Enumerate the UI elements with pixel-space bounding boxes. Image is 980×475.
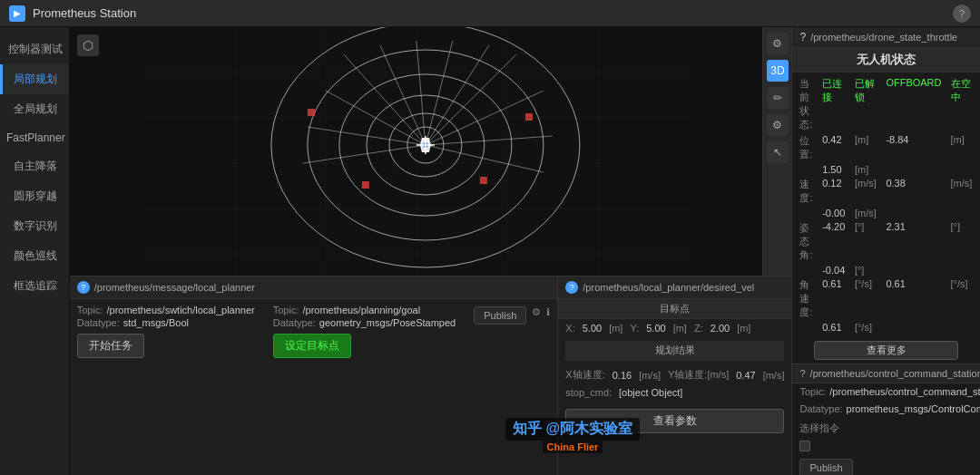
map-area: ⬡ ⚙ 3D ✏ ⚙ ↖ — [70, 27, 792, 276]
vel-results-row: X轴速度: 0.16 [m/s] Y轴速度:[m/s] 0.47 [m/s] — [565, 368, 784, 382]
sidebar-item-fastplanner[interactable]: FastPlanner — [0, 124, 69, 151]
vel-z: -0.00 — [822, 208, 846, 218]
status-unlocked: 已解锁 — [855, 77, 877, 131]
svg-rect-37 — [480, 177, 487, 184]
pos-y-unit: [m] — [951, 134, 973, 161]
sidebar-item-global-planner[interactable]: 全局规划 — [0, 94, 69, 124]
query-params-button[interactable]: 查看参数 — [565, 409, 784, 433]
sidebar-item-track[interactable]: 框选追踪 — [0, 271, 69, 301]
gear-icon[interactable]: ⚙ — [532, 306, 541, 318]
start-task-button[interactable]: 开始任务 — [77, 334, 144, 358]
publish-button[interactable]: Publish — [474, 306, 526, 325]
right-panels: ? /prometheus/drone_state_throttle 无人机状态… — [791, 27, 980, 475]
vel-x: 0.12 — [822, 178, 846, 205]
svg-rect-35 — [525, 113, 533, 121]
help-icon: ? — [77, 281, 90, 294]
pos-y: -8.84 — [886, 134, 941, 161]
angvel-y: 0.61 — [886, 278, 941, 319]
publish-area: Publish ⚙ ℹ — [474, 305, 550, 358]
status-label: 当前状态: — [799, 77, 813, 131]
ctrl-checkbox[interactable] — [799, 441, 810, 451]
sidebar-item-local-planner[interactable]: 局部规划 — [0, 64, 69, 94]
drone-state-header: ? /prometheus/drone_state_throttle — [792, 27, 980, 48]
desired-vel-panel: ? /prometheus/local_planner/desired_vel … — [558, 276, 791, 475]
map-tool-3d[interactable]: 3D — [767, 60, 789, 82]
topic-col-2: Topic: /prometheus/planning/goal Datatyp… — [273, 305, 456, 358]
control-command-panel: ? /prometheus/control_command_station To… — [792, 364, 980, 475]
sidebar-item-circle[interactable]: 圆形穿越 — [0, 181, 69, 211]
sidebar: 控制器测试 局部规划 全局规划 FastPlanner 自主降落 圆形穿越 数字… — [0, 27, 70, 475]
info-icon: ℹ — [546, 306, 550, 318]
att-pitch: 2.31 — [886, 221, 941, 262]
att-label: 姿态角: — [799, 221, 813, 262]
svg-rect-36 — [362, 181, 369, 189]
view-more-button[interactable]: 查看更多 — [814, 341, 958, 360]
pos-label: 位置: — [799, 134, 813, 161]
cmd-select-label: 选择指令 — [799, 422, 839, 435]
vel-body: X: 5.00 [m] Y: 5.00 [m] Z: 2.00 [m] 规划结果… — [558, 319, 791, 475]
ctrl-topic-row: Topic: /prometheus/control_command_stati… — [792, 383, 980, 400]
vel-y: 0.38 — [886, 178, 941, 205]
ctrl-datatype-row: Datatype: prometheus_msgs/ControlCommand — [792, 402, 980, 416]
help-button[interactable]: ? — [953, 5, 971, 23]
att-roll: -4.20 — [822, 221, 846, 262]
map-svg — [70, 27, 763, 276]
ctrl-help-icon: ? — [799, 368, 805, 379]
drone-state-grid: 当前状态: 已连接 已解锁 OFFBOARD 在空中 位置: 0.42 [m] … — [792, 73, 980, 337]
angvel-z: 0.61 — [822, 322, 846, 333]
main-layout: 控制器测试 局部规划 全局规划 FastPlanner 自主降落 圆形穿越 数字… — [0, 27, 980, 475]
vel-label: 速度: — [799, 178, 813, 205]
map-tool-select[interactable]: ↖ — [767, 141, 789, 163]
pos-x-unit: [m] — [855, 134, 877, 161]
app-icon: ▶ — [9, 5, 25, 22]
map-tool-settings[interactable]: ⚙ — [767, 33, 789, 54]
set-goal-button[interactable]: 设定目标点 — [273, 334, 351, 358]
stop-cmd-row: stop_cmd: [object Object] — [565, 387, 784, 398]
angvel-label: 角速度: — [799, 278, 813, 319]
sidebar-item-auto-land[interactable]: 自主降落 — [0, 151, 69, 181]
pos-x: 0.42 — [822, 134, 846, 161]
layer-button[interactable]: ⬡ — [77, 34, 99, 56]
xyz-row: X: 5.00 [m] Y: 5.00 [m] Z: 2.00 [m] — [565, 323, 784, 334]
app-title: Prometheus Station — [33, 6, 136, 20]
btn-start-row: 开始任务 — [77, 334, 255, 358]
ctrl-checkbox-row — [792, 439, 980, 455]
datatype2-row: Datatype: geometry_msgs/PoseStamped — [273, 317, 456, 328]
desired-vel-header: ? /prometheus/local_planner/desired_vel — [558, 276, 791, 299]
angvel-x: 0.61 — [822, 278, 846, 319]
local-planner-panel: ? /prometheus/message/local_planner Topi… — [70, 276, 559, 475]
topic-rows: Topic: /prometheus/swtich/local_planner … — [77, 305, 551, 358]
sidebar-item-color-line[interactable]: 颜色巡线 — [0, 241, 69, 271]
drone-help-icon: ? — [799, 31, 806, 44]
ctrl-publish-button[interactable]: Publish — [799, 459, 852, 475]
sidebar-item-digit-recog[interactable]: 数字识别 — [0, 211, 69, 241]
status-offboard: OFFBOARD — [886, 77, 941, 131]
ctrl-publish-row: 选择指令 — [792, 418, 980, 439]
status-connected: 已连接 — [822, 77, 846, 131]
ctrl-publish-btn-row: Publish — [792, 455, 980, 475]
map-tool-draw[interactable]: ✏ — [767, 87, 789, 109]
goal-section-title: 目标点 — [558, 299, 791, 319]
vel-help-icon: ? — [565, 281, 578, 294]
topic1-row: Topic: /prometheus/swtich/local_planner — [77, 305, 255, 315]
pos-z: 1.50 — [822, 164, 846, 175]
sidebar-item-controller[interactable]: 控制器测试 — [0, 34, 69, 64]
ctrl-cmd-header: ? /prometheus/control_command_station — [792, 364, 980, 383]
bottom-panels: ? /prometheus/message/local_planner Topi… — [70, 276, 792, 475]
drone-state-panel: ? /prometheus/drone_state_throttle 无人机状态… — [792, 27, 980, 364]
datatype1-row: Datatype: std_msgs/Bool — [77, 317, 255, 328]
topic-col-1: Topic: /prometheus/swtich/local_planner … — [77, 305, 255, 358]
titlebar: ▶ Prometheus Station ? — [0, 0, 980, 27]
local-planner-header: ? /prometheus/message/local_planner — [70, 276, 558, 299]
more-btn-row: 查看更多 — [792, 337, 980, 364]
topic2-row: Topic: /prometheus/planning/goal — [273, 305, 456, 315]
local-planner-body: Topic: /prometheus/swtich/local_planner … — [70, 299, 558, 475]
map-tool-config[interactable]: ⚙ — [767, 114, 789, 136]
drone-state-title: 无人机状态 — [792, 48, 980, 73]
query-btn-row: 查看参数 — [565, 409, 784, 433]
btn-goal-row: 设定目标点 — [273, 334, 456, 358]
svg-rect-34 — [308, 109, 315, 116]
att-yaw: -0.04 — [822, 265, 846, 276]
center-panel: ⬡ ⚙ 3D ✏ ⚙ ↖ ? /prometheus/message/local… — [70, 27, 792, 475]
result-section-title: 规划结果 — [565, 341, 784, 361]
